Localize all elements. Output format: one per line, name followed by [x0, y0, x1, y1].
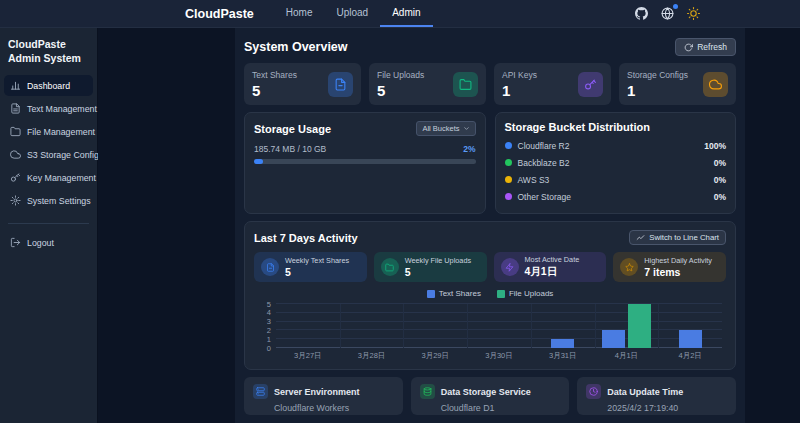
refresh-button[interactable]: Refresh	[675, 38, 736, 56]
nav-link-admin[interactable]: Admin	[380, 0, 432, 27]
clock-icon	[589, 387, 598, 396]
stat-info: Text Shares5	[252, 70, 297, 98]
github-icon[interactable]	[635, 7, 648, 20]
brand-logo[interactable]: CloudPaste	[185, 7, 254, 21]
storage-usage-title: Storage Usage	[254, 123, 331, 135]
cloud-icon	[10, 149, 21, 160]
chart-plot: 012345	[276, 304, 722, 348]
sidebar-item-logout[interactable]: Logout	[4, 232, 93, 253]
chip-icon-box	[620, 258, 638, 276]
info-card-label: Server Environment	[274, 387, 360, 397]
sidebar: CloudPaste Admin System DashboardText Ma…	[0, 28, 98, 423]
sidebar-item-label: Text Management	[27, 104, 97, 114]
key-icon	[10, 172, 21, 183]
stat-icon-box	[578, 72, 603, 97]
bar-text-shares[interactable]	[602, 330, 625, 348]
chart-slot-3-30	[467, 304, 531, 348]
bucket-percent: 100%	[704, 141, 726, 151]
stat-info: Storage Configs1	[627, 70, 688, 98]
folder-icon	[385, 263, 394, 272]
stat-card-text-shares: Text Shares5	[244, 63, 361, 105]
bucket-name: Cloudflare R2	[518, 141, 570, 151]
sidebar-item-text-management[interactable]: Text Management	[4, 98, 93, 119]
bucket-color-dot	[505, 142, 512, 149]
language-icon[interactable]	[661, 7, 674, 20]
sidebar-item-file-management[interactable]: File Management	[4, 121, 93, 142]
y-axis-label: 1	[255, 335, 271, 343]
storage-usage-percent: 2%	[463, 144, 475, 154]
stat-value: 5	[252, 82, 297, 99]
bucket-distribution-panel: Storage Bucket Distribution Cloudflare R…	[495, 112, 737, 214]
info-card-label: Data Update Time	[607, 387, 683, 397]
legend-label: Text Shares	[439, 289, 481, 298]
info-card-icon-box	[420, 384, 435, 399]
info-card-data-storage-service: Data Storage ServiceCloudflare D1	[411, 377, 570, 415]
key-icon	[584, 78, 597, 91]
bucket-name: Backblaze B2	[518, 158, 570, 168]
chip-value: 4月1日	[525, 265, 580, 279]
sidebar-item-label: S3 Storage Config	[27, 150, 99, 160]
info-card-header: Data Storage Service	[420, 384, 561, 399]
nav-link-upload[interactable]: Upload	[324, 0, 380, 27]
x-axis-label: 3月27日	[276, 351, 340, 361]
bucket-row-cloudflare-r2: Cloudflare R2100%	[505, 137, 727, 154]
stat-info: API Keys1	[502, 70, 537, 98]
bucket-percent: 0%	[714, 175, 726, 185]
chip-label: Highest Daily Activity	[644, 256, 712, 265]
sidebar-divider	[8, 223, 89, 224]
document-icon	[266, 263, 275, 272]
bucket-color-dot	[505, 159, 512, 166]
chip-label: Weekly Text Shares	[285, 256, 349, 265]
info-card-value: 2025/4/2 17:19:40	[607, 403, 727, 413]
bar-text-shares[interactable]	[551, 339, 574, 348]
info-card-server-environment: Server EnvironmentCloudflare Workers	[244, 377, 403, 415]
x-axis-label: 3月30日	[467, 351, 531, 361]
chip-text: Weekly Text Shares5	[285, 256, 349, 278]
activity-header: Last 7 Days Activity Switch to Line Char…	[254, 230, 726, 245]
stat-label: Text Shares	[252, 70, 297, 80]
sidebar-item-dashboard[interactable]: Dashboard	[4, 75, 93, 96]
legend-item-file-uploads: File Uploads	[497, 289, 553, 298]
nav-link-home[interactable]: Home	[274, 0, 325, 27]
chart-bars	[276, 304, 722, 348]
navbar-actions	[635, 7, 700, 20]
line-chart-icon	[636, 233, 645, 242]
activity-chip-weekly-text-shares: Weekly Text Shares5	[254, 252, 367, 282]
stat-icon-box	[328, 72, 353, 97]
chip-value: 7 items	[644, 266, 712, 278]
chart-x-labels: 3月27日3月28日3月29日3月30日3月31日4月1日4月2日	[276, 351, 722, 361]
bucket-name: AWS S3	[518, 175, 550, 185]
x-axis-label: 4月1日	[595, 351, 659, 361]
language-badge	[673, 4, 678, 9]
sidebar-item-key-management[interactable]: Key Management	[4, 167, 93, 188]
sidebar-item-s3-storage-config[interactable]: S3 Storage Config	[4, 144, 93, 165]
chip-label: Most Active Date	[525, 255, 580, 264]
bucket-percent: 0%	[714, 192, 726, 202]
folder-icon	[459, 78, 472, 91]
lightning-icon	[505, 263, 514, 272]
bar-file-uploads[interactable]	[628, 304, 651, 348]
github-icon-glyph	[635, 7, 648, 20]
chart-slot-3-31	[531, 304, 595, 348]
chart-slot-3-28	[340, 304, 404, 348]
dashboard-icon	[10, 80, 21, 91]
switch-chart-button[interactable]: Switch to Line Chart	[629, 230, 726, 245]
bar-text-shares[interactable]	[679, 330, 702, 348]
legend-swatch	[497, 290, 505, 298]
bucket-row-backblaze-b2: Backblaze B20%	[505, 154, 727, 171]
sidebar-item-system-settings[interactable]: System Settings	[4, 190, 93, 211]
y-axis-label: 2	[255, 327, 271, 335]
chart-slot-4-2	[658, 304, 722, 348]
bucket-filter-dropdown[interactable]: All Buckets	[416, 121, 475, 136]
stat-icon-box	[703, 72, 728, 97]
stat-label: API Keys	[502, 70, 537, 80]
document-icon	[334, 78, 347, 91]
chip-text: Highest Daily Activity7 items	[644, 256, 712, 278]
activity-panel: Last 7 Days Activity Switch to Line Char…	[244, 221, 736, 370]
legend-label: File Uploads	[509, 289, 553, 298]
storage-usage-progress-fill	[254, 159, 263, 164]
x-axis-label: 3月29日	[403, 351, 467, 361]
theme-sun-icon[interactable]	[687, 7, 700, 20]
activity-chips: Weekly Text Shares5Weekly File Uploads5M…	[254, 252, 726, 282]
sidebar-item-label: System Settings	[27, 196, 91, 206]
